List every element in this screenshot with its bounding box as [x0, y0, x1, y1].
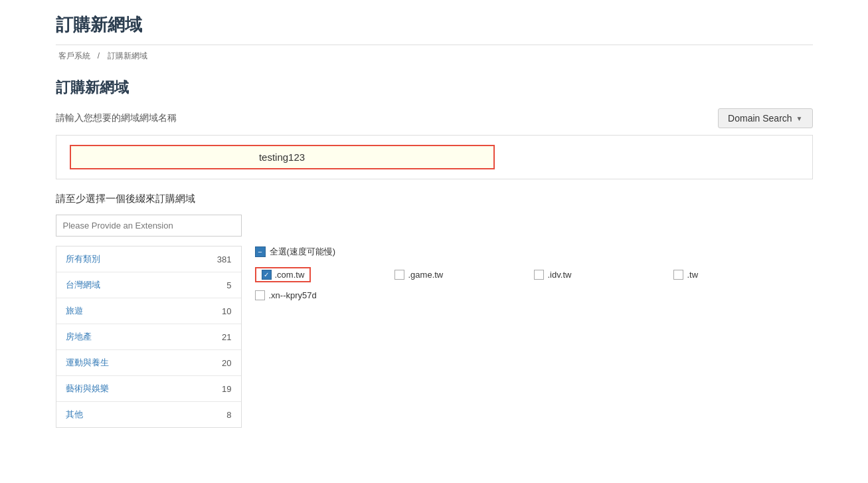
category-count: 20	[222, 358, 231, 368]
domain-search-input[interactable]	[70, 145, 495, 169]
search-label: 請輸入您想要的網域網域名稱	[56, 112, 177, 124]
extension-checkbox-tw[interactable]	[673, 270, 683, 280]
category-name: 台灣網域	[66, 279, 100, 291]
extension-checkbox-idv-tw[interactable]	[534, 270, 544, 280]
category-name: 房地產	[66, 331, 92, 343]
select-all-label: 全選(速度可能慢)	[270, 246, 336, 258]
breadcrumb-separator: /	[98, 51, 100, 60]
category-item-realestate[interactable]: 房地產 21	[56, 324, 241, 350]
select-all-row: − 全選(速度可能慢)	[255, 246, 800, 258]
category-item-other[interactable]: 其他 8	[56, 402, 241, 427]
chevron-down-icon: ▼	[796, 115, 803, 122]
extensions-panel: − 全選(速度可能慢) .com.tw .game.tw	[242, 246, 813, 428]
domain-search-label: Domain Search	[728, 113, 792, 124]
extension-label-tw: .tw	[687, 270, 699, 280]
domain-search-button[interactable]: Domain Search ▼	[718, 108, 812, 128]
extension-label-idv-tw: .idv.tw	[548, 270, 572, 280]
category-count: 19	[222, 384, 231, 394]
extension-item-tw: .tw	[673, 267, 800, 282]
breadcrumb: 客戶系統 / 訂購新網域	[56, 50, 813, 62]
main-content: 所有類別 381 台灣網域 5 旅遊 10 房地產 21 運動與養生 20 藝術…	[56, 246, 813, 428]
category-name: 藝術與娛樂	[66, 383, 109, 395]
extension-item-game-tw: .game.tw	[394, 267, 521, 282]
category-name: 旅遊	[66, 305, 83, 317]
search-box-container	[56, 135, 813, 179]
extension-label-com-tw: .com.tw	[275, 270, 305, 280]
category-item-tw[interactable]: 台灣網域 5	[56, 272, 241, 298]
extension-label-xn: .xn--kpry57d	[269, 290, 317, 300]
extension-checked-wrapper: .com.tw	[255, 267, 311, 282]
suffix-label: 請至少選擇一個後綴來訂購網域	[56, 193, 813, 205]
extension-checkbox-game-tw[interactable]	[394, 270, 404, 280]
category-item-all[interactable]: 所有類別 381	[56, 246, 241, 272]
extension-checkbox-com-tw[interactable]	[262, 270, 272, 280]
category-list: 所有類別 381 台灣網域 5 旅遊 10 房地產 21 運動與養生 20 藝術…	[56, 246, 242, 428]
breadcrumb-current: 訂購新網域	[108, 51, 147, 60]
category-count: 8	[226, 410, 231, 420]
extension-label-game-tw: .game.tw	[408, 270, 444, 280]
category-count: 5	[226, 280, 231, 290]
category-name: 運動與養生	[66, 357, 109, 369]
category-item-sports[interactable]: 運動與養生 20	[56, 350, 241, 376]
extension-item-idv-tw: .idv.tw	[534, 267, 660, 282]
category-count: 381	[217, 254, 232, 264]
extension-item-com-tw: .com.tw	[255, 267, 381, 282]
extension-item-xn: .xn--kpry57d	[255, 290, 381, 300]
category-count: 10	[222, 306, 231, 316]
category-item-arts[interactable]: 藝術與娛樂 19	[56, 376, 241, 402]
section-title: 訂購新網域	[56, 78, 813, 98]
category-item-travel[interactable]: 旅遊 10	[56, 298, 241, 324]
extension-filter-input[interactable]	[56, 215, 242, 237]
category-name: 所有類別	[66, 253, 100, 265]
extension-checkbox-xn[interactable]	[255, 290, 265, 300]
breadcrumb-parent[interactable]: 客戶系統	[58, 51, 90, 60]
category-name: 其他	[66, 409, 83, 421]
category-count: 21	[222, 332, 231, 342]
page-heading: 訂購新網域	[56, 13, 813, 45]
select-all-icon[interactable]: −	[255, 246, 266, 257]
extensions-grid: .com.tw .game.tw .idv.tw .tw	[255, 267, 800, 300]
